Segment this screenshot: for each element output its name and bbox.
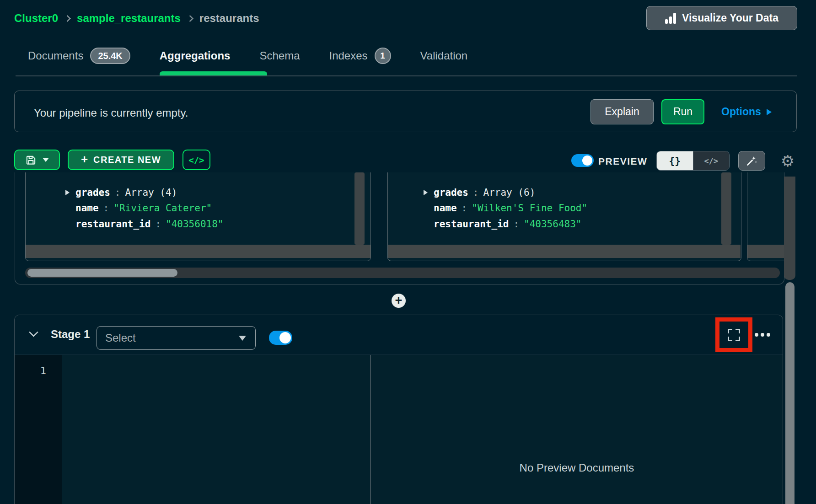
preview-toggle-label: PREVIEW — [598, 156, 647, 167]
visualize-button-label: Visualize Your Data — [682, 12, 778, 24]
stage-code-input[interactable] — [62, 355, 370, 504]
bar-chart-icon — [665, 13, 676, 24]
tab-aggregations-label: Aggregations — [160, 49, 231, 62]
document-field-row: name : "Riviera Caterer" — [75, 202, 212, 214]
create-new-button[interactable]: + CREATE NEW — [68, 150, 174, 170]
editor-line-number-gutter: 1 — [15, 355, 62, 504]
tabs-divider — [16, 75, 797, 76]
tab-indexes-label: Indexes — [329, 49, 368, 62]
document-field-row: restaurant_id : "40356483" — [434, 218, 581, 231]
add-stage-button[interactable]: + — [392, 294, 406, 308]
stage-header: Stage 1 Select — [15, 315, 783, 354]
chevron-down-icon — [43, 158, 49, 162]
breadcrumb-collection-current: restaurants — [199, 12, 259, 25]
breadcrumb-database-link[interactable]: sample_restaurants — [77, 12, 181, 25]
field-value: "40356018" — [166, 219, 223, 230]
field-value: Array (6) — [483, 187, 536, 198]
card-scrollbar[interactable] — [721, 172, 731, 245]
create-new-label: CREATE NEW — [93, 155, 161, 165]
plus-icon: + — [395, 295, 403, 307]
tab-validation[interactable]: Validation — [420, 49, 468, 62]
magic-wand-icon — [746, 155, 758, 167]
tab-schema-label: Schema — [259, 49, 300, 62]
card-scrollbar[interactable] — [354, 172, 365, 245]
plus-icon: + — [81, 153, 88, 165]
stage-operator-value: Select — [105, 332, 136, 344]
collection-tabs: Documents 25.4K Aggregations Schema Inde… — [28, 44, 497, 67]
tab-documents[interactable]: Documents 25.4K — [28, 48, 130, 64]
clipped-card-scrollbar — [784, 177, 795, 280]
document-field-row: name : "Wilken'S Fine Food" — [434, 202, 587, 214]
ellipsis-icon — [755, 333, 758, 337]
field-value: "Wilken'S Fine Food" — [472, 203, 587, 214]
visualize-your-data-button[interactable]: Visualize Your Data — [646, 6, 797, 30]
documents-count-badge: 25.4K — [90, 48, 130, 64]
stage-more-options-button[interactable] — [755, 329, 776, 341]
stage-title: Stage 1 — [51, 328, 90, 341]
page-scrollbar-thumb[interactable] — [785, 282, 795, 504]
code-icon: </> — [188, 155, 204, 165]
settings-button[interactable]: ⚙ — [778, 151, 798, 171]
field-separator: : — [473, 187, 479, 198]
card-footer — [26, 245, 370, 258]
aggregations-page: Cluster0 sample_restaurants restaurants … — [0, 0, 816, 504]
field-separator: : — [103, 203, 109, 214]
ai-wand-button[interactable] — [738, 151, 765, 171]
document-field-row: grades : Array (4) — [65, 186, 177, 199]
preview-toggle[interactable] — [571, 154, 594, 167]
breadcrumb: Cluster0 sample_restaurants restaurants — [14, 9, 259, 27]
stage-operator-select[interactable]: Select — [97, 326, 256, 350]
indexes-count-badge: 1 — [375, 48, 391, 64]
run-button[interactable]: Run — [661, 99, 704, 124]
tab-aggregations[interactable]: Aggregations — [160, 49, 231, 62]
expand-arrow-icon[interactable] — [424, 190, 428, 195]
field-key: grades — [75, 187, 110, 198]
tab-documents-label: Documents — [28, 49, 83, 62]
text-view-button[interactable]: </> — [693, 151, 730, 170]
collapse-stage-chevron-icon[interactable] — [30, 329, 38, 337]
toggle-knob — [279, 332, 291, 343]
red-highlight-annotation — [715, 317, 752, 352]
field-key: restaurant_id — [75, 219, 150, 230]
fullscreen-button[interactable] — [728, 329, 740, 341]
explain-button[interactable]: Explain — [591, 99, 654, 124]
chevron-down-icon — [239, 336, 246, 341]
gear-icon: ⚙ — [781, 152, 795, 170]
tab-indexes[interactable]: Indexes 1 — [329, 48, 391, 64]
field-key: grades — [434, 187, 468, 198]
field-key: restaurant_id — [434, 219, 509, 230]
field-separator: : — [513, 219, 519, 230]
field-key: name — [434, 203, 457, 214]
builder-view-button[interactable]: {} — [657, 151, 693, 170]
preview-mode-segmented-control: {} </> — [656, 151, 730, 171]
save-icon — [26, 155, 36, 165]
toggle-knob — [582, 155, 592, 166]
field-separator: : — [115, 187, 121, 198]
field-value: Array (4) — [125, 187, 177, 198]
pipeline-empty-message: Your pipeline is currently empty. — [34, 107, 188, 119]
options-label: Options — [721, 106, 761, 118]
horizontal-scrollbar-thumb[interactable] — [27, 269, 177, 277]
pipeline-preview-area: grades : Array (4) name : "Riviera Cater… — [15, 172, 784, 284]
field-value: "Riviera Caterer" — [113, 203, 212, 214]
document-field-row: restaurant_id : "40356018" — [75, 218, 223, 231]
breadcrumb-cluster-link[interactable]: Cluster0 — [14, 12, 58, 25]
chevron-right-icon — [64, 15, 71, 22]
no-preview-documents-message: No Preview Documents — [371, 461, 783, 474]
chevron-right-icon — [187, 15, 194, 22]
export-to-language-button[interactable]: </> — [183, 150, 210, 170]
card-footer — [747, 245, 784, 258]
stage-enabled-toggle[interactable] — [269, 331, 292, 345]
options-button[interactable]: Options — [721, 99, 772, 124]
save-pipeline-dropdown-button[interactable] — [14, 150, 60, 170]
expand-arrow-icon[interactable] — [65, 190, 70, 195]
field-value: "40356483" — [524, 219, 581, 230]
tab-validation-label: Validation — [420, 49, 468, 62]
stage-editor: 1 No Preview Documents — [15, 355, 783, 504]
field-separator: : — [462, 203, 467, 214]
field-key: name — [75, 203, 99, 214]
tab-schema[interactable]: Schema — [259, 49, 300, 62]
preview-horizontal-scrollbar — [25, 268, 780, 278]
triangle-right-icon — [767, 109, 772, 115]
card-footer — [388, 245, 741, 258]
